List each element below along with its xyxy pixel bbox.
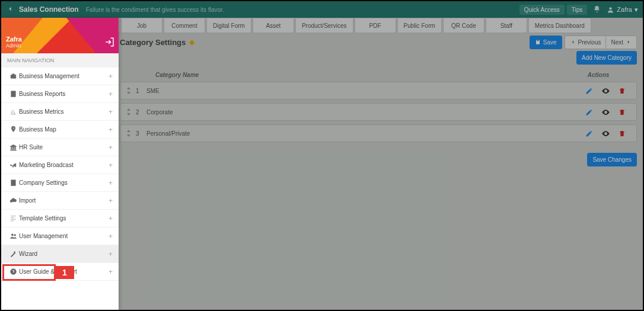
- sidebar-user-info: Zafra Admin: [6, 36, 22, 49]
- sidebar-item-import[interactable]: Import+: [1, 192, 119, 210]
- sidebar-item-business-map[interactable]: Business Map+: [1, 121, 119, 139]
- help-icon: [7, 268, 19, 275]
- svg-point-16: [14, 235, 15, 236]
- tab-metrics-dashboard[interactable]: Metrics Dashboard: [528, 18, 591, 33]
- sidebar-item-user-guide-support[interactable]: User Guide & Support+: [1, 263, 119, 281]
- svg-marker-2: [127, 92, 130, 94]
- sidebar-item-business-metrics[interactable]: Business Metrics+: [1, 103, 119, 121]
- svg-marker-8: [127, 134, 130, 137]
- previous-button-label: Previous: [578, 39, 601, 46]
- svg-marker-4: [127, 108, 130, 111]
- sidebar-item-label: User Guide & Support: [19, 268, 109, 275]
- save-button-label: Save: [543, 39, 557, 46]
- sidebar-item-label: Wizard: [19, 251, 109, 257]
- trash-icon[interactable]: [614, 130, 630, 137]
- chevron-down-icon: ▾: [635, 6, 638, 14]
- sidebar-user-role: Admin: [6, 43, 22, 49]
- next-button[interactable]: Next: [605, 36, 637, 49]
- briefcase-icon: [7, 72, 19, 80]
- top-bar: Sales Connection Failure is the condimen…: [1, 1, 643, 18]
- sidebar-item-label: HR Suite: [19, 144, 109, 150]
- sidebar-item-business-reports[interactable]: Business Reports+: [1, 85, 119, 103]
- sidebar-item-template-settings[interactable]: Template Settings+: [1, 210, 119, 227]
- users-icon: [7, 232, 19, 240]
- tab-staff[interactable]: Staff: [486, 18, 527, 33]
- expand-icon: +: [109, 126, 113, 134]
- expand-icon: +: [109, 72, 113, 81]
- row-name: Personal/Private: [146, 130, 581, 137]
- tab-job[interactable]: Job: [121, 18, 162, 33]
- info-icon[interactable]: ◆: [189, 38, 195, 46]
- expand-icon: +: [109, 268, 113, 276]
- sidebar-item-label: User Management: [19, 233, 109, 239]
- bell-icon[interactable]: [593, 5, 601, 14]
- sidebar-item-business-management[interactable]: Business Management+: [1, 68, 119, 85]
- save-changes-button[interactable]: Save Changes: [587, 153, 637, 166]
- bank-icon: [7, 143, 19, 151]
- sidebar-enter-icon[interactable]: [104, 37, 115, 50]
- eye-icon[interactable]: [597, 129, 614, 138]
- chart-icon: [7, 108, 19, 116]
- svg-marker-5: [127, 113, 130, 116]
- building-icon: [7, 179, 19, 187]
- sidebar-item-user-management[interactable]: User Management+: [1, 227, 119, 245]
- sidebar-item-label: Marketing Broadcast: [19, 162, 109, 168]
- template-icon: [7, 214, 19, 222]
- sidebar-item-label: Template Settings: [19, 215, 109, 222]
- next-button-label: Next: [611, 39, 623, 46]
- edit-icon[interactable]: [581, 130, 597, 137]
- trash-icon[interactable]: [614, 108, 630, 116]
- expand-icon: +: [109, 179, 113, 187]
- trash-icon[interactable]: [614, 87, 630, 95]
- drag-handle-icon[interactable]: [126, 87, 131, 94]
- expand-icon: +: [109, 250, 113, 258]
- tab-public-form[interactable]: Public Form: [397, 18, 442, 33]
- tab-pdf[interactable]: PDF: [355, 18, 396, 33]
- eye-icon[interactable]: [597, 108, 614, 117]
- sidebar-item-marketing-broadcast[interactable]: Marketing Broadcast+: [1, 156, 119, 174]
- row-index: 1: [136, 88, 146, 94]
- svg-point-15: [11, 234, 13, 236]
- eye-icon[interactable]: [597, 86, 614, 95]
- tips-button[interactable]: Tips: [567, 5, 588, 15]
- row-name: SME: [146, 88, 581, 94]
- sidebar-item-wizard[interactable]: Wizard+: [1, 245, 119, 263]
- svg-marker-7: [127, 130, 130, 132]
- sidebar-item-label: Business Map: [19, 126, 109, 133]
- content-area: Add New Category Category Name Actions 1…: [120, 51, 637, 166]
- expand-icon: +: [109, 161, 113, 169]
- pin-icon: [7, 126, 19, 133]
- user-menu[interactable]: Zafra ▾: [607, 6, 638, 14]
- svg-point-6: [605, 111, 607, 113]
- category-row: 3Personal/Private: [120, 124, 637, 142]
- quick-access-button[interactable]: Quick Access: [519, 5, 565, 15]
- drag-handle-icon[interactable]: [126, 130, 131, 137]
- expand-icon: +: [109, 214, 113, 223]
- save-button[interactable]: Save: [530, 36, 562, 49]
- broadcast-icon: [7, 161, 19, 169]
- sidebar-section-label: MAIN NAVIGATION: [1, 53, 119, 68]
- edit-icon[interactable]: [581, 87, 597, 95]
- sidebar-item-hr-suite[interactable]: HR Suite+: [1, 139, 119, 156]
- category-row: 1SME: [120, 82, 637, 100]
- row-name: Corporate: [146, 109, 581, 116]
- back-arrow-icon[interactable]: [6, 5, 14, 14]
- tab-qr-code[interactable]: QR Code: [443, 18, 484, 33]
- tab-comment[interactable]: Comment: [164, 18, 205, 33]
- add-new-category-button[interactable]: Add New Category: [576, 51, 637, 65]
- previous-button[interactable]: Previous: [565, 36, 606, 49]
- sidebar-item-label: Import: [19, 197, 109, 204]
- row-index: 3: [136, 130, 146, 137]
- drag-handle-icon[interactable]: [126, 108, 131, 116]
- page-title: Category Settings: [120, 38, 186, 47]
- sidebar-item-company-settings[interactable]: Company Settings+: [1, 174, 119, 192]
- tab-product-services[interactable]: Product/Services: [295, 18, 353, 33]
- tab-digital-form[interactable]: Digital Form: [206, 18, 251, 33]
- edit-icon[interactable]: [581, 108, 597, 116]
- row-index: 2: [136, 109, 146, 116]
- sidebar-user-name: Zafra: [6, 36, 22, 43]
- sidebar-item-label: Business Management: [19, 73, 109, 79]
- cloud-icon: [7, 197, 19, 204]
- tab-asset[interactable]: Asset: [253, 18, 294, 33]
- sidebar-item-label: Business Reports: [19, 91, 109, 97]
